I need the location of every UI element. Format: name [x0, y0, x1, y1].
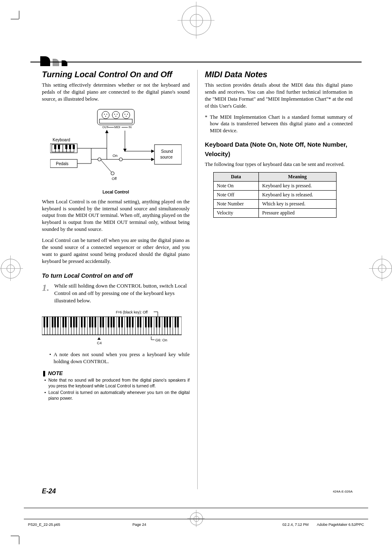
diagram-caption: Local Control [42, 190, 190, 194]
diagram-sound-line2: source [160, 155, 173, 159]
svg-rect-119 [102, 317, 104, 327]
svg-rect-130 [145, 317, 147, 327]
svg-point-3 [122, 111, 130, 119]
diagram-off-label: Off [112, 177, 117, 181]
step-1-number: 1. [42, 282, 52, 305]
diagram-pedals-label: Pedals [56, 161, 69, 166]
svg-marker-17 [105, 130, 108, 133]
diagram-midi-label: MIDI [114, 126, 120, 129]
right-intro: This section provides details about the … [205, 82, 353, 110]
svg-rect-118 [100, 317, 101, 327]
step-1-text: While still holding down the CONTROL but… [54, 282, 190, 305]
svg-marker-19 [123, 149, 127, 152]
svg-rect-131 [148, 317, 150, 327]
right-para: The following four types of keyboard dat… [205, 161, 353, 168]
left-para3: Local Control can be turned off when you… [42, 237, 190, 265]
diagram-keyboard-label: Keyboard [53, 138, 70, 142]
bullet-dot: • [44, 389, 46, 401]
svg-rect-32 [69, 145, 71, 149]
svg-rect-111 [73, 317, 75, 327]
column-divider [197, 70, 198, 489]
svg-rect-33 [73, 145, 75, 149]
svg-point-7 [114, 114, 115, 115]
svg-rect-135 [164, 317, 166, 327]
table-row: Velocity Pressure applied [213, 209, 336, 218]
svg-rect-121 [111, 317, 112, 327]
svg-rect-136 [166, 317, 168, 327]
svg-point-43 [119, 158, 122, 161]
svg-rect-114 [84, 317, 85, 327]
table-cell-meaning: Pressure applied [259, 209, 336, 218]
table-cell-data: Note On [213, 182, 259, 191]
svg-point-11 [127, 114, 128, 115]
table-cell-meaning: Keyboard key is released. [259, 191, 336, 200]
svg-marker-45 [151, 158, 154, 161]
svg-rect-137 [169, 317, 171, 327]
svg-point-10 [125, 114, 125, 115]
diagram-in-label: IN [129, 126, 131, 129]
right-footnote: * The MIDI Implementation Chart is a sta… [205, 114, 353, 135]
svg-point-5 [106, 114, 107, 115]
svg-point-1 [102, 111, 109, 119]
svg-rect-30 [58, 145, 60, 149]
bullet-dot: • [44, 377, 46, 389]
keyboard-data-table: Data Meaning Note On Keyboard key is pre… [213, 172, 337, 218]
register-target-top [182, 6, 210, 35]
right-footnote-text: The MIDI Implementation Chart is a stand… [210, 114, 353, 135]
imposition-page: Page 24 [128, 523, 150, 527]
svg-point-6 [105, 116, 106, 117]
keyboard-figure: F♯6 (black key): Off [42, 309, 190, 348]
right-title: MIDI Data Notes [205, 70, 353, 79]
svg-marker-21 [151, 150, 154, 153]
svg-rect-13 [99, 119, 132, 123]
table-head-data: Data [213, 173, 259, 182]
svg-rect-112 [76, 317, 77, 327]
right-subhead: Keyboard Data (Note On, Note Off, Note N… [205, 140, 353, 159]
svg-point-8 [117, 114, 118, 115]
local-control-diagram: OUT MIDI IN Keyboard [42, 107, 190, 194]
left-intro: This setting effectively determines whet… [42, 82, 190, 103]
svg-marker-140 [97, 337, 101, 340]
note-item-1-text: Note that no sound will be produced from… [48, 377, 190, 389]
note-item-2-text: Local Control is turned on automatically… [48, 389, 190, 401]
svg-rect-113 [81, 317, 83, 327]
table-cell-data: Note Number [213, 200, 259, 209]
table-cell-meaning: Which key is pressed. [259, 200, 336, 209]
svg-rect-117 [95, 317, 96, 327]
diagram-on-label: On [113, 154, 118, 158]
left-column: Turning Local Control On and Off This se… [42, 70, 194, 489]
table-cell-data: Note Off [213, 191, 259, 200]
svg-rect-103 [44, 317, 45, 327]
svg-point-9 [115, 116, 116, 117]
svg-rect-124 [121, 317, 123, 327]
svg-rect-128 [137, 317, 139, 327]
svg-line-46 [101, 160, 112, 173]
table-cell-meaning: Keyboard key is pressed. [259, 182, 336, 191]
svg-rect-120 [108, 317, 109, 327]
header-tabs [40, 53, 67, 66]
crop-mark-bottom-left [11, 528, 27, 544]
svg-rect-115 [89, 317, 91, 327]
content-area: Turning Local Control On and Off This se… [42, 70, 353, 489]
svg-rect-127 [132, 317, 134, 327]
left-bullet-1-text: A note does not sound when you press a k… [53, 351, 189, 365]
svg-point-39 [98, 158, 101, 161]
svg-rect-126 [129, 317, 131, 327]
asterisk-marker: * [205, 114, 208, 135]
imposition-app: Adobe PageMaker 6.5J/PPC [313, 523, 368, 527]
svg-rect-109 [65, 317, 67, 327]
svg-rect-31 [65, 145, 67, 149]
doc-code: 424A-E-026A [333, 490, 353, 493]
svg-rect-35 [154, 145, 182, 164]
imposition-timestamp: 02.2.4, 7:12 PM [278, 523, 313, 527]
table-row: Note Number Which key is pressed. [213, 200, 336, 209]
imposition-strip: PS20_E_22-25.p65 Page 24 02.2.4, 7:12 PM… [24, 508, 368, 530]
note-item-2: • Local Control is turned on automatical… [44, 389, 190, 401]
table-head-meaning: Meaning [259, 173, 336, 182]
kbd-off-label: F♯6 (black key): Off [116, 310, 148, 314]
svg-point-12 [126, 116, 127, 117]
register-target-right [372, 259, 391, 278]
svg-rect-116 [92, 317, 93, 327]
svg-rect-123 [118, 317, 120, 327]
note-heading: NOTE [42, 370, 190, 376]
